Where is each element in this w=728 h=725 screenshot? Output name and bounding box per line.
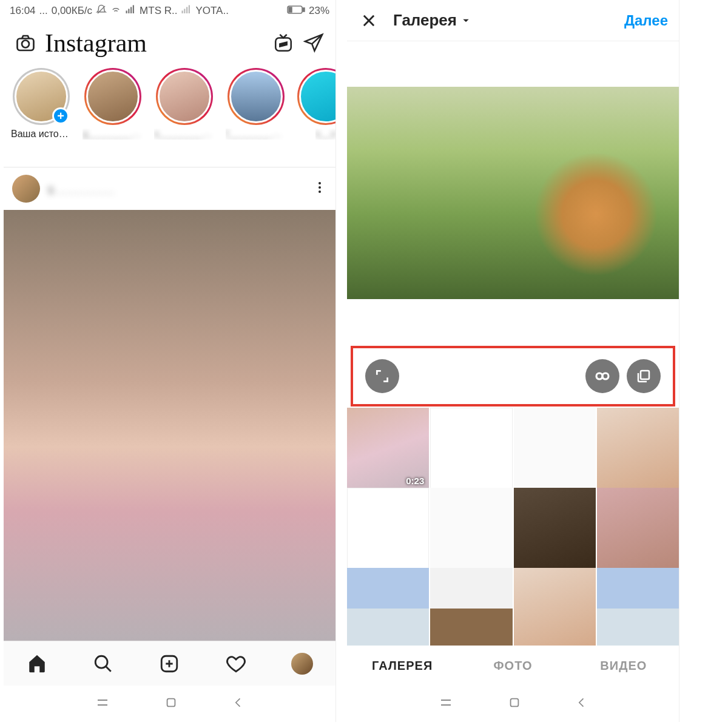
- bottom-nav: [4, 641, 335, 686]
- android-home-icon[interactable]: [164, 696, 178, 712]
- signal-icon: [125, 4, 136, 18]
- android-recent-icon[interactable]: [95, 695, 110, 712]
- chevron-down-icon: [462, 16, 470, 25]
- boomerang-button[interactable]: [585, 359, 619, 393]
- svg-point-16: [318, 186, 321, 189]
- picker-header: Галерея Далее: [347, 0, 679, 41]
- story-label: s_________ka: [154, 129, 215, 140]
- svg-point-17: [318, 191, 321, 193]
- igtv-icon[interactable]: [272, 32, 294, 54]
- post-image[interactable]: [4, 210, 335, 641]
- nav-profile[interactable]: [290, 652, 314, 676]
- svg-rect-25: [641, 371, 649, 379]
- svg-rect-28: [510, 699, 518, 707]
- status-battery: 23%: [309, 5, 329, 17]
- svg-rect-11: [289, 7, 292, 12]
- svg-rect-6: [184, 8, 186, 13]
- nav-home[interactable]: [25, 652, 49, 676]
- status-carrier2: YOTA..: [195, 5, 228, 17]
- close-icon[interactable]: [358, 10, 380, 32]
- video-duration: 0:23: [406, 476, 424, 486]
- grid-thumbnail[interactable]: [597, 408, 679, 490]
- gallery-picker-screen: Галерея Далее 0:23: [347, 0, 679, 722]
- image-preview[interactable]: [347, 41, 679, 345]
- post-username[interactable]: g__________: [47, 183, 305, 195]
- crop-tools-highlight: [351, 346, 675, 406]
- grid-thumbnail[interactable]: [597, 488, 679, 570]
- next-button[interactable]: Далее: [624, 12, 668, 29]
- grid-thumbnail[interactable]: [347, 488, 429, 570]
- plus-icon: +: [52, 107, 69, 124]
- instagram-feed-screen: 16:04 ... 0,00КБ/с MTS R.. YOTA.. 23%: [4, 0, 336, 722]
- status-carrier1: MTS R..: [140, 5, 177, 17]
- stories-row[interactable]: + Ваша истор... g________mar.. s________…: [4, 64, 335, 167]
- android-back-icon[interactable]: [576, 696, 588, 711]
- svg-point-13: [22, 41, 29, 48]
- grid-thumbnail[interactable]: [430, 408, 512, 490]
- android-back-icon[interactable]: [232, 696, 244, 711]
- nav-add-post[interactable]: [157, 652, 181, 676]
- tab-gallery[interactable]: ГАЛЕРЕЯ: [347, 659, 457, 673]
- status-bar: 16:04 ... 0,00КБ/с MTS R.. YOTA.. 23%: [4, 0, 335, 22]
- svg-rect-22: [167, 699, 175, 707]
- story-item[interactable]: g________mar..: [83, 68, 143, 140]
- grid-thumbnail[interactable]: [514, 488, 596, 570]
- story-label: g________mar..: [83, 129, 143, 140]
- svg-point-18: [95, 656, 107, 668]
- svg-rect-1: [126, 10, 127, 13]
- story-your-story[interactable]: + Ваша истор...: [11, 68, 72, 140]
- story-item[interactable]: s__o: [297, 68, 335, 140]
- svg-rect-3: [130, 7, 132, 13]
- camera-icon[interactable]: [15, 32, 36, 54]
- battery-icon: [287, 5, 305, 18]
- svg-point-15: [318, 182, 321, 184]
- picker-tabs: ГАЛЕРЕЯ ФОТО ВИДЕО: [347, 646, 679, 686]
- more-options-icon[interactable]: [312, 180, 327, 197]
- nav-activity[interactable]: [224, 652, 248, 676]
- grid-thumbnail[interactable]: [430, 488, 512, 570]
- android-home-icon[interactable]: [508, 696, 521, 712]
- grid-thumbnail[interactable]: [430, 568, 512, 646]
- avatar[interactable]: [12, 175, 40, 203]
- story-label: f_________on: [226, 129, 286, 140]
- grid-thumbnail[interactable]: [514, 568, 596, 646]
- grid-thumbnail[interactable]: [514, 408, 596, 490]
- media-grid: 0:23: [347, 408, 679, 646]
- story-label: s__o: [315, 129, 335, 140]
- do-not-disturb-icon: [96, 4, 107, 18]
- grid-thumbnail[interactable]: 0:23: [347, 408, 429, 490]
- story-label: Ваша истор...: [11, 129, 72, 140]
- signal-icon: [181, 4, 192, 18]
- tab-video[interactable]: ВИДЕО: [568, 659, 679, 673]
- android-nav-bar: [4, 686, 335, 722]
- grid-thumbnail[interactable]: [597, 568, 679, 646]
- instagram-logo: Instagram: [45, 29, 147, 58]
- status-dots: ...: [39, 5, 48, 17]
- svg-rect-5: [182, 10, 183, 13]
- svg-rect-7: [186, 7, 187, 13]
- post-header: g__________: [4, 167, 335, 210]
- svg-rect-4: [133, 5, 134, 13]
- grid-thumbnail[interactable]: [347, 568, 429, 646]
- story-item[interactable]: f_________on: [226, 68, 286, 140]
- nav-search[interactable]: [91, 652, 115, 676]
- story-item[interactable]: s_________ka: [154, 68, 215, 140]
- gallery-source-dropdown[interactable]: Галерея: [393, 11, 470, 30]
- svg-rect-2: [128, 8, 129, 13]
- tab-photo[interactable]: ФОТО: [457, 659, 568, 673]
- svg-rect-10: [303, 8, 305, 12]
- wifi-icon: [110, 4, 121, 18]
- svg-point-24: [602, 373, 608, 379]
- android-nav-bar: [347, 686, 679, 722]
- multi-select-button[interactable]: [627, 359, 661, 393]
- expand-crop-button[interactable]: [365, 359, 399, 393]
- instagram-header: Instagram: [4, 22, 335, 64]
- status-speed: 0,00КБ/с: [52, 5, 92, 17]
- direct-message-icon[interactable]: [303, 32, 325, 54]
- status-time: 16:04: [10, 5, 36, 17]
- svg-rect-8: [189, 5, 190, 13]
- android-recent-icon[interactable]: [439, 695, 453, 712]
